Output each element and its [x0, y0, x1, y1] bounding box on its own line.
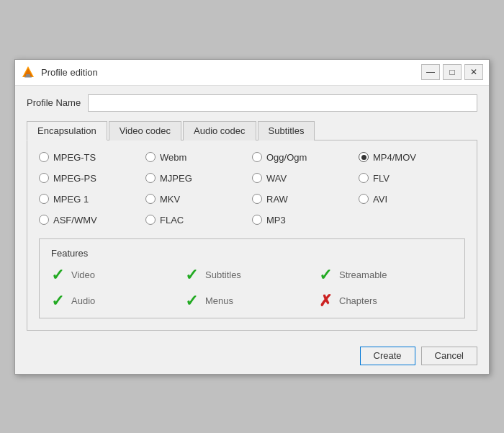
option-ogg-ogm[interactable]: Ogg/Ogm: [252, 152, 359, 163]
tab-subtitles[interactable]: Subtitles: [258, 121, 315, 140]
label-raw: RAW: [266, 194, 288, 205]
option-mp3[interactable]: MP3: [252, 215, 359, 226]
option-avi[interactable]: AVI: [359, 194, 465, 205]
radio-flv[interactable]: [359, 173, 369, 183]
label-mpeg-ts: MPEG-TS: [53, 152, 96, 163]
window-title: Profile edition: [41, 67, 98, 78]
radio-webm[interactable]: [145, 152, 156, 162]
feature-chapters: ✗ Chapters: [319, 293, 453, 309]
tab-content-encapsulation: MPEG-TS Webm Ogg/Ogm MP4/MOV MPEG-: [27, 140, 477, 331]
feature-label-streamable: Streamable: [339, 269, 387, 280]
dialog-window: Profile edition — □ ✕ Profile Name Encap…: [14, 59, 490, 375]
label-mpeg1: MPEG 1: [53, 194, 89, 205]
footer: Create Cancel: [15, 339, 489, 374]
encapsulation-options: MPEG-TS Webm Ogg/Ogm MP4/MOV MPEG-: [39, 152, 465, 226]
feature-audio: ✓ Audio: [51, 293, 185, 309]
cancel-button[interactable]: Cancel: [421, 347, 477, 365]
label-mp4-mov: MP4/MOV: [373, 152, 416, 163]
window-body: Profile Name Encapsulation Video codec A…: [15, 86, 489, 339]
radio-mkv[interactable]: [145, 194, 156, 204]
features-title: Features: [51, 248, 453, 259]
radio-raw[interactable]: [252, 194, 262, 204]
radio-flac[interactable]: [145, 215, 156, 225]
maximize-button[interactable]: □: [443, 64, 462, 80]
profile-name-label: Profile Name: [27, 97, 81, 108]
label-mjpeg: MJPEG: [160, 173, 192, 184]
label-ogg-ogm: Ogg/Ogm: [266, 152, 307, 163]
radio-mjpeg[interactable]: [145, 173, 156, 183]
label-avi: AVI: [373, 194, 387, 205]
title-bar: Profile edition — □ ✕: [15, 60, 489, 86]
feature-label-menus: Menus: [205, 295, 233, 306]
label-flac: FLAC: [160, 215, 184, 226]
option-mpeg-ps[interactable]: MPEG-PS: [39, 173, 145, 184]
feature-subtitles: ✓ Subtitles: [185, 267, 319, 283]
option-mkv[interactable]: MKV: [145, 194, 252, 205]
option-asf-wmv[interactable]: ASF/WMV: [39, 215, 145, 226]
minimize-button[interactable]: —: [421, 64, 440, 80]
features-box: Features ✓ Video ✓ Subtitles ✓ Streamabl…: [39, 238, 465, 318]
radio-asf-wmv[interactable]: [39, 215, 49, 225]
label-mkv: MKV: [160, 194, 180, 205]
radio-avi[interactable]: [359, 194, 369, 204]
option-raw[interactable]: RAW: [252, 194, 359, 205]
label-mpeg-ps: MPEG-PS: [53, 173, 96, 184]
radio-mpeg-ps[interactable]: [39, 173, 49, 183]
option-mp4-mov[interactable]: MP4/MOV: [359, 152, 465, 163]
radio-ogg-ogm[interactable]: [252, 152, 262, 162]
check-icon-streamable: ✓: [319, 267, 332, 283]
radio-mpeg1[interactable]: [39, 194, 49, 204]
feature-streamable: ✓ Streamable: [319, 267, 453, 283]
check-icon-subtitles: ✓: [185, 267, 198, 283]
label-flv: FLV: [373, 173, 390, 184]
cross-icon-chapters: ✗: [319, 293, 332, 309]
check-icon-audio: ✓: [51, 293, 64, 309]
label-asf-wmv: ASF/WMV: [53, 215, 97, 226]
label-webm: Webm: [160, 152, 186, 163]
empty-cell: [359, 215, 465, 226]
label-mp3: MP3: [266, 215, 286, 226]
features-grid: ✓ Video ✓ Subtitles ✓ Streamable ✓ Audio: [51, 267, 453, 309]
svg-rect-3: [24, 76, 32, 78]
profile-name-row: Profile Name: [27, 94, 477, 112]
option-webm[interactable]: Webm: [145, 152, 252, 163]
tab-encapsulation[interactable]: Encapsulation: [27, 121, 107, 140]
feature-label-chapters: Chapters: [339, 295, 377, 306]
option-wav[interactable]: WAV: [252, 173, 359, 184]
option-mpeg-ts[interactable]: MPEG-TS: [39, 152, 145, 163]
svg-rect-2: [26, 74, 30, 76]
feature-label-audio: Audio: [71, 295, 95, 306]
tab-audio-codec[interactable]: Audio codec: [183, 121, 256, 140]
feature-label-subtitles: Subtitles: [205, 269, 241, 280]
feature-menus: ✓ Menus: [185, 293, 319, 309]
vlc-icon: [21, 65, 35, 79]
radio-mp3[interactable]: [252, 215, 262, 225]
label-wav: WAV: [266, 173, 287, 184]
tabs-bar: Encapsulation Video codec Audio codec Su…: [27, 120, 477, 140]
profile-name-input[interactable]: [88, 94, 477, 112]
option-flac[interactable]: FLAC: [145, 215, 252, 226]
feature-label-video: Video: [71, 269, 95, 280]
check-icon-video: ✓: [51, 267, 64, 283]
option-mjpeg[interactable]: MJPEG: [145, 173, 252, 184]
close-button[interactable]: ✕: [464, 64, 483, 80]
check-icon-menus: ✓: [185, 293, 198, 309]
radio-mpeg-ts[interactable]: [39, 152, 49, 162]
create-button[interactable]: Create: [360, 347, 415, 365]
radio-wav[interactable]: [252, 173, 262, 183]
title-bar-controls: — □ ✕: [421, 64, 483, 80]
option-mpeg1[interactable]: MPEG 1: [39, 194, 145, 205]
feature-video: ✓ Video: [51, 267, 185, 283]
radio-mp4-mov[interactable]: [359, 152, 369, 162]
title-bar-left: Profile edition: [21, 65, 98, 79]
option-flv[interactable]: FLV: [359, 173, 465, 184]
tab-video-codec[interactable]: Video codec: [109, 121, 181, 140]
